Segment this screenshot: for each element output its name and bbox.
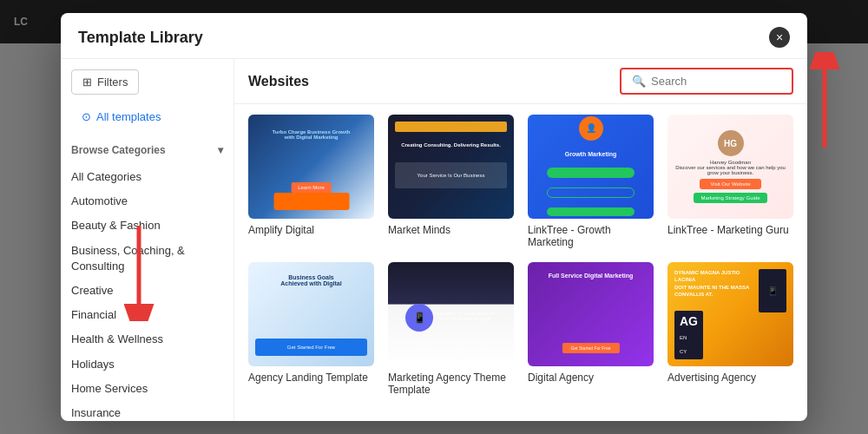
- thumb-text-amplify: Turbo Charge Business Growthwith Digital…: [267, 128, 356, 141]
- thumb-cta-agency: Get Started For Free: [255, 339, 367, 356]
- section-title: Websites: [248, 74, 309, 89]
- template-card-amplify[interactable]: Turbo Charge Business Growthwith Digital…: [248, 115, 374, 248]
- thumb-pill-3: [547, 207, 635, 216]
- thumb-overlay-market: Your Service Is Our Business: [395, 162, 507, 188]
- template-name-digital: Digital Agency: [528, 372, 654, 384]
- template-name-marketing-theme: Marketing Agency Theme Template: [388, 372, 514, 396]
- thumb-btn-digital: Get Started For Free: [562, 343, 619, 353]
- thumb-phone-advertising: 📱: [759, 269, 786, 312]
- sidebar-item-home[interactable]: Home Services: [61, 377, 233, 401]
- ag-badge: AGENCY: [674, 311, 703, 359]
- template-name-market: Market Minds: [388, 224, 514, 236]
- thumb-btn-amplify: Learn More: [291, 182, 332, 193]
- circle-check-icon: ⊙: [82, 110, 91, 123]
- sidebar-item-holidays[interactable]: Holidays: [61, 352, 233, 377]
- search-box[interactable]: 🔍: [620, 68, 793, 95]
- template-name-linktree: LinkTree - Growth Marketing: [528, 224, 654, 248]
- chevron-down-icon: ▾: [218, 144, 223, 156]
- sidebar-item-beauty[interactable]: Beauty & Fashion: [61, 214, 233, 238]
- search-input[interactable]: [651, 75, 781, 88]
- thumb-text-agency: Business GoalsAchieved with Digital: [275, 273, 346, 288]
- all-templates-link[interactable]: ⊙ All templates: [71, 105, 223, 128]
- template-thumb-marketing-theme: 📱 Ultimately Choose Apps forYour Busines…: [388, 262, 514, 366]
- thumb-avatar-guru: HG: [718, 130, 744, 156]
- thumb-btn-guru-1: Visit Our Website: [700, 179, 760, 189]
- template-thumb-advertising: DYNAMIC MAGNA JUSTIO LACINIADOIT MAUNTE …: [667, 262, 793, 366]
- backdrop: LC Template Library × ⊞ Filters ⊙: [0, 0, 868, 434]
- template-name-guru: LinkTree - Marketing Guru: [667, 224, 793, 236]
- template-card-advertising[interactable]: DYNAMIC MAGNA JUSTIO LACINIADOIT MAUNTE …: [667, 262, 793, 396]
- template-card-digital[interactable]: Full Service Digital Marketing Get Start…: [528, 262, 654, 396]
- search-icon: 🔍: [632, 75, 646, 88]
- browse-categories-label: Browse Categories: [71, 144, 166, 156]
- template-name-advertising: Advertising Agency: [667, 372, 793, 384]
- template-thumb-digital: Full Service Digital Marketing Get Start…: [528, 262, 654, 366]
- sidebar-item-business[interactable]: Business, Coaching, & Consulting: [61, 239, 233, 279]
- browse-categories-header: Browse Categories ▾: [61, 139, 233, 161]
- sidebar-item-all-categories[interactable]: All Categories: [61, 165, 233, 189]
- sidebar-item-health[interactable]: Health & Wellness: [61, 327, 233, 352]
- sidebar-item-automotive[interactable]: Automotive: [61, 189, 233, 214]
- template-name-amplify: Amplify Digital: [248, 224, 374, 236]
- modal-body: ⊞ Filters ⊙ All templates Browse Categor…: [61, 59, 807, 421]
- sidebar-item-insurance[interactable]: Insurance: [61, 401, 233, 421]
- thumb-pill-1: [547, 168, 635, 178]
- template-thumb-market: Creating Consulting. Delivering Results.…: [388, 115, 514, 219]
- filters-label: Filters: [97, 76, 128, 89]
- thumb-text-marketing: Ultimately Choose Apps forYour Business …: [433, 311, 496, 321]
- template-library-modal: Template Library × ⊞ Filters ⊙ All templ…: [61, 13, 807, 421]
- template-name-agency-landing: Agency Landing Template: [248, 372, 374, 384]
- thumb-text-guru: Harvey GoodmanDiscover our services and …: [667, 160, 793, 175]
- main-content: Websites 🔍 Turbo Charge Business Growthw…: [234, 59, 807, 421]
- template-card-marketing-theme[interactable]: 📱 Ultimately Choose Apps forYour Busines…: [388, 262, 514, 396]
- template-card-agency-landing[interactable]: Business GoalsAchieved with Digital Get …: [248, 262, 374, 396]
- template-card-linktree[interactable]: 👤 Growth Marketing LinkTree - Growth Mar…: [528, 115, 654, 248]
- thumb-text-digital: Full Service Digital Marketing: [543, 271, 639, 280]
- template-card-market[interactable]: Creating Consulting. Delivering Results.…: [388, 115, 514, 248]
- thumb-icon-marketing: 📱: [405, 304, 433, 332]
- modal-title: Template Library: [78, 29, 203, 47]
- thumb-person-linktree: 👤: [579, 116, 603, 141]
- thumb-btn-guru-2: Marketing Strategy Guide: [694, 193, 766, 203]
- templates-grid: Turbo Charge Business Growthwith Digital…: [234, 104, 807, 421]
- content-header: Websites 🔍: [234, 59, 807, 104]
- sidebar-item-financial[interactable]: Financial: [61, 303, 233, 327]
- sidebar-item-creative[interactable]: Creative: [61, 279, 233, 303]
- template-card-guru[interactable]: HG Harvey GoodmanDiscover our services a…: [667, 115, 793, 248]
- filters-button[interactable]: ⊞ Filters: [71, 69, 139, 95]
- close-button[interactable]: ×: [769, 27, 790, 48]
- template-thumb-agency-landing: Business GoalsAchieved with Digital Get …: [248, 262, 374, 366]
- thumb-pill-2: [547, 187, 635, 198]
- filter-icon: ⊞: [82, 76, 92, 89]
- template-thumb-amplify: Turbo Charge Business Growthwith Digital…: [248, 115, 374, 219]
- template-thumb-guru: HG Harvey GoodmanDiscover our services a…: [667, 115, 793, 219]
- thumb-text-advertising: DYNAMIC MAGNA JUSTIO LACINIADOIT MAUNTE …: [674, 269, 759, 299]
- thumb-text-market: Creating Consulting. Delivering Results.: [396, 141, 506, 149]
- modal-overlay: Template Library × ⊞ Filters ⊙ All templ…: [0, 0, 868, 434]
- thumb-title-linktree: Growth Marketing: [565, 151, 617, 157]
- all-templates-label: All templates: [96, 110, 161, 123]
- template-thumb-linktree: 👤 Growth Marketing: [528, 115, 654, 219]
- modal-header: Template Library ×: [61, 13, 807, 59]
- sidebar: ⊞ Filters ⊙ All templates Browse Categor…: [61, 59, 234, 421]
